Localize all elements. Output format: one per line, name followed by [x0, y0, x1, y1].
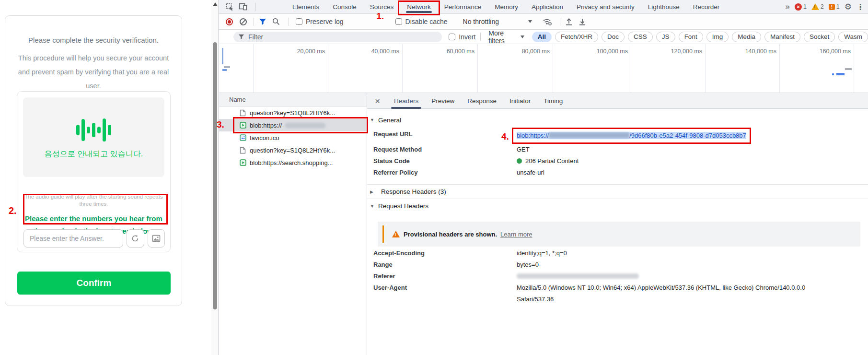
scrollbar-thumb[interactable] — [213, 42, 217, 309]
chip-doc[interactable]: Doc — [602, 32, 625, 42]
error-icon: × — [795, 3, 802, 11]
more-tabs-icon[interactable]: » — [785, 2, 789, 12]
inspect-element-icon[interactable] — [225, 2, 234, 12]
chip-all[interactable]: All — [532, 32, 552, 42]
issues-badge[interactable]: !1 — [829, 3, 840, 10]
gridline — [779, 44, 780, 93]
general-section-header[interactable]: ▼ General — [367, 114, 868, 126]
preserve-log-checkbox[interactable]: Preserve log — [296, 18, 344, 25]
network-overview-timeline[interactable]: 20,000 ms 40,000 ms 60,000 ms 80,000 ms … — [219, 44, 868, 93]
chip-media[interactable]: Media — [732, 32, 761, 42]
chip-manifest[interactable]: Manifest — [764, 32, 800, 42]
status-code-row: Status Code 206 Partial Content — [367, 155, 868, 167]
tab-headers[interactable]: Headers — [394, 93, 418, 109]
document-icon — [239, 147, 246, 154]
filter-funnel-icon[interactable] — [258, 17, 267, 26]
request-method-row: Request Method GET — [367, 144, 868, 155]
gridline — [253, 44, 254, 93]
chip-js[interactable]: JS — [656, 32, 675, 42]
more-filters-select[interactable]: More filters — [488, 29, 524, 45]
separator — [255, 3, 256, 11]
tab-lighthouse[interactable]: Lighthouse — [641, 0, 686, 14]
warning-accent-bar — [382, 225, 384, 243]
annotation-label-1: 1. — [376, 9, 384, 23]
gridline — [328, 44, 328, 93]
answer-input[interactable] — [23, 229, 123, 248]
invert-checkbox[interactable]: Invert — [449, 33, 475, 41]
filter-input[interactable]: Filter — [233, 32, 442, 42]
chip-socket[interactable]: Socket — [804, 32, 835, 42]
tab-memory[interactable]: Memory — [488, 0, 525, 14]
request-url-value[interactable]: blob:https:///9d66f80b-e5a2-454f-9808-d7… — [517, 132, 746, 139]
timeline-request-mark — [836, 73, 845, 75]
confirm-button[interactable]: Confirm — [17, 272, 171, 295]
request-url-row: Request URL blob:https:///9d66f80b-e5a2-… — [367, 129, 868, 144]
request-headers-section[interactable]: ▼ Request Headers — [367, 199, 868, 213]
errors-badge[interactable]: ×1 — [795, 3, 807, 11]
checkbox-icon — [449, 34, 455, 40]
chip-img[interactable]: Img — [706, 32, 729, 42]
tab-network[interactable]: Network 1. — [400, 0, 438, 14]
tab-initiator[interactable]: Initiator — [509, 93, 531, 109]
tab-preview[interactable]: Preview — [431, 93, 454, 109]
devtools-panel: Elements Console Sources Network 1. Perf… — [219, 0, 868, 355]
funnel-icon — [238, 34, 244, 40]
timeline-label: 140,000 ms — [726, 48, 776, 55]
clear-icon[interactable] — [240, 18, 247, 25]
chip-wasm[interactable]: Wasm — [838, 32, 868, 42]
menu-dots-icon[interactable]: ⋮ — [856, 2, 864, 12]
request-row[interactable]: question?key=S1Q8L2HtY6k... — [219, 144, 367, 156]
network-conditions-icon[interactable] — [543, 17, 552, 26]
timeline-label: 100,000 ms — [577, 48, 628, 55]
provisional-headers-warning: Provisional headers are shown. Learn mor… — [378, 222, 860, 247]
disable-cache-checkbox[interactable]: Disable cache — [395, 18, 448, 25]
media-play-icon — [239, 159, 246, 166]
tab-response[interactable]: Response — [467, 93, 497, 109]
import-har-icon[interactable] — [564, 17, 574, 26]
chip-css[interactable]: CSS — [628, 32, 653, 42]
range-row: Range bytes=0- — [367, 259, 868, 271]
name-column-header[interactable]: Name — [219, 93, 367, 106]
settings-gear-icon[interactable]: ⚙ — [845, 2, 852, 12]
captcha-panel: Please complete the security verificatio… — [5, 15, 182, 306]
checkbox-icon — [296, 18, 302, 25]
image-captcha-button[interactable] — [148, 229, 165, 248]
tab-performance[interactable]: Performance — [438, 0, 488, 14]
gridline — [631, 44, 631, 93]
learn-more-link[interactable]: Learn more — [500, 231, 532, 238]
chip-font[interactable]: Font — [679, 32, 703, 42]
refresh-captcha-button[interactable] — [127, 229, 144, 248]
document-icon — [239, 109, 246, 117]
response-headers-section[interactable]: ▶ Response Headers (3) — [367, 184, 868, 199]
export-har-icon[interactable] — [578, 17, 587, 26]
search-icon[interactable] — [271, 17, 281, 26]
warning-triangle-icon — [392, 231, 400, 237]
referer-row: Referer — [367, 271, 868, 282]
warnings-badge[interactable]: 2 — [811, 3, 824, 10]
request-row[interactable]: blob:https://search.shopping... — [219, 156, 367, 169]
request-headers-rows: Accept-Encoding identity;q=1, *;q=0 Rang… — [367, 248, 868, 305]
close-icon[interactable]: × — [375, 96, 380, 106]
timeline-label: 40,000 ms — [348, 48, 399, 55]
tab-elements[interactable]: Elements — [286, 0, 326, 14]
status-green-dot-icon — [517, 158, 522, 164]
timeline-label: 160,000 ms — [800, 48, 851, 55]
chip-fetch-xhr[interactable]: Fetch/XHR — [555, 32, 598, 42]
timeline-label: 20,000 ms — [274, 48, 325, 55]
devtools-tabbar: Elements Console Sources Network 1. Perf… — [219, 0, 868, 14]
throttling-select[interactable]: No throttling — [463, 18, 532, 25]
tab-application[interactable]: Application — [525, 0, 570, 14]
chevron-down-icon — [528, 20, 532, 23]
refresh-icon — [131, 234, 139, 243]
tab-timing[interactable]: Timing — [544, 93, 563, 109]
record-button[interactable] — [226, 18, 233, 25]
tab-recorder[interactable]: Recorder — [686, 0, 727, 14]
gridline — [402, 44, 403, 93]
tab-privacy-security[interactable]: Privacy and security — [570, 0, 641, 14]
request-details-pane: × Headers Preview Response Initiator Tim… — [367, 93, 868, 355]
page-scrollbar[interactable] — [211, 0, 219, 355]
devtools-tabbar-right: » ×1 2 !1 ⚙ ⋮ — [785, 2, 868, 12]
device-toolbar-icon[interactable] — [238, 2, 248, 12]
scrollbar-up-arrow-icon[interactable] — [213, 2, 218, 6]
tab-console[interactable]: Console — [326, 0, 363, 14]
